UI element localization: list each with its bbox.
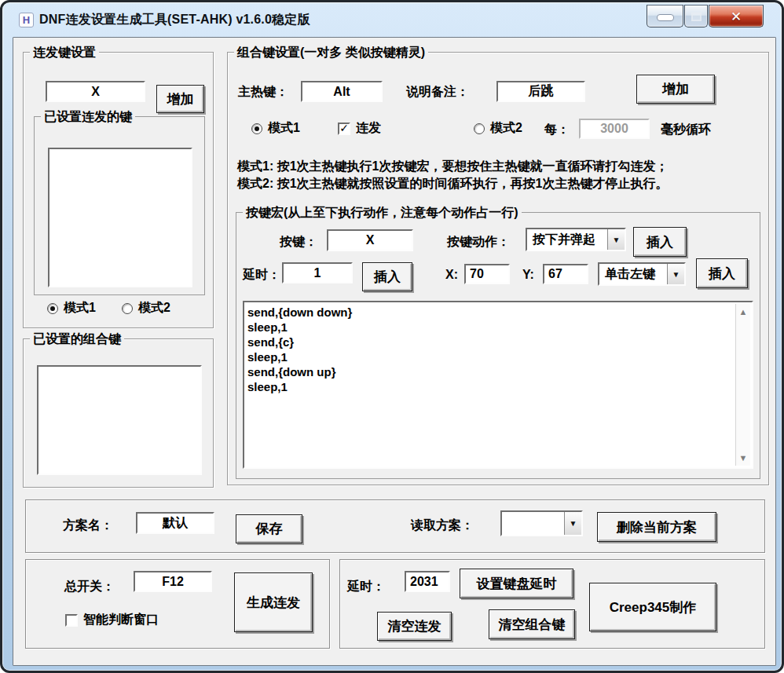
mouse-action-select[interactable]: 单击左键 ▼ xyxy=(598,262,686,286)
minimize-icon xyxy=(657,14,674,21)
rapid-mode2-label: 模式2 xyxy=(138,300,170,316)
combo-add-button[interactable]: 增加 xyxy=(636,75,715,104)
load-scheme-label: 读取方案： xyxy=(411,518,474,533)
group-key-macro-title: 按键宏(从上至下执行动作，注意每个动作占一行) xyxy=(243,205,522,220)
rapid-mode1-label: 模式1 xyxy=(64,300,96,316)
radio-icon xyxy=(122,303,133,314)
group-set-combo-keys: 已设置的组合键 xyxy=(23,338,214,488)
dropdown-button[interactable]: ▼ xyxy=(564,512,581,535)
master-switch-label: 总开关： xyxy=(64,579,115,594)
y-label: Y: xyxy=(522,267,534,283)
checkbox-icon xyxy=(65,614,78,627)
app-window: H DNF连发设置生成工具(SET-AHK) v1.6.0稳定版 ✕ 连发键设置… xyxy=(0,0,784,673)
macro-key-label: 按键： xyxy=(280,234,317,250)
macro-script-text: send,{down down} sleep,1 send,{c} sleep,… xyxy=(247,305,731,465)
insert-mouse-button[interactable]: 插入 xyxy=(696,258,748,288)
macro-delay-input[interactable]: 1 xyxy=(282,262,353,283)
checkbox-icon: ✓ xyxy=(338,123,350,135)
group-key-macro: 按键宏(从上至下执行动作，注意每个动作占一行) 按键： X 按键动作： 按下并弹… xyxy=(236,212,760,479)
minimize-button[interactable] xyxy=(647,5,683,27)
generate-button[interactable]: 生成连发 xyxy=(234,572,313,632)
insert-key-button[interactable]: 插入 xyxy=(633,227,687,257)
check-icon: ✓ xyxy=(339,124,349,132)
dropdown-button[interactable]: ▼ xyxy=(607,229,625,250)
close-button[interactable]: ✕ xyxy=(709,5,764,27)
mode1-description: 模式1: 按1次主热键执行1次按键宏，要想按住主热键就一直循环请打勾连发； xyxy=(237,158,668,175)
x-label: X: xyxy=(445,267,458,283)
smart-window-label: 智能判断窗口 xyxy=(83,612,159,628)
hotkey-input[interactable]: Alt xyxy=(301,81,383,102)
group-rapid-key-settings: 连发键设置 X 增加 已设置连发的键 模式1 模式2 xyxy=(23,52,214,328)
mode2-description: 模式2: 按1次主热键就按照设置的时间循环执行，再按1次主热键才停止执行。 xyxy=(237,175,668,192)
key-action-select[interactable]: 按下并弹起 ▼ xyxy=(526,228,626,251)
radio-icon xyxy=(47,303,58,314)
insert-delay-button[interactable]: 插入 xyxy=(362,262,412,291)
mouse-action-value: 单击左键 xyxy=(599,264,667,284)
group-rapid-key-settings-title: 连发键设置 xyxy=(30,45,99,60)
note-input[interactable]: 后跳 xyxy=(496,81,585,102)
hotkey-label: 主热键： xyxy=(238,84,288,100)
app-icon-letter: H xyxy=(23,14,30,26)
dropdown-button[interactable]: ▼ xyxy=(667,264,684,284)
combo-keys-listbox[interactable] xyxy=(37,365,202,475)
radio-icon xyxy=(251,123,262,134)
group-set-rapid-keys: 已设置连发的键 xyxy=(34,116,205,295)
load-scheme-value xyxy=(502,512,564,535)
chevron-down-icon: ▼ xyxy=(672,270,680,279)
group-combo-settings-title: 组合键设置(一对多 类似按键精灵) xyxy=(234,45,428,60)
macro-delay-label: 延时： xyxy=(243,267,280,283)
title-bar[interactable]: H DNF连发设置生成工具(SET-AHK) v1.6.0稳定版 ✕ xyxy=(2,2,782,37)
master-switch-panel: 总开关： F12 智能判断窗口 生成连发 xyxy=(25,559,330,649)
kb-delay-label: 延时： xyxy=(347,579,385,594)
group-combo-settings: 组合键设置(一对多 类似按键精灵) 主热键： Alt 说明备注： 后跳 增加 模… xyxy=(227,52,769,485)
y-input[interactable]: 67 xyxy=(543,264,588,284)
key-action-value: 按下并弹起 xyxy=(527,229,607,250)
close-icon: ✕ xyxy=(731,9,742,25)
scheme-name-input[interactable]: 默认 xyxy=(136,512,214,534)
every-label: 每： xyxy=(544,122,570,137)
maximize-icon xyxy=(691,13,702,21)
group-set-rapid-keys-title: 已设置连发的键 xyxy=(41,109,135,124)
author-button[interactable]: Creep345制作 xyxy=(589,583,716,631)
rapid-add-button[interactable]: 增加 xyxy=(156,85,204,113)
rapid-key-input[interactable]: X xyxy=(46,81,145,102)
rapid-mode1-radio[interactable]: 模式1 xyxy=(47,300,96,316)
scheme-panel: 方案名： 默认 保存 读取方案： ▼ 删除当前方案 xyxy=(25,499,765,553)
scroll-up-icon[interactable]: ▲ xyxy=(736,307,750,316)
macro-action-label: 按键动作： xyxy=(447,234,510,250)
smart-window-checkbox[interactable]: 智能判断窗口 xyxy=(65,612,159,628)
macro-script-textarea[interactable]: send,{down down} sleep,1 send,{c} sleep,… xyxy=(243,301,753,469)
scheme-name-label: 方案名： xyxy=(63,518,113,533)
delete-scheme-button[interactable]: 删除当前方案 xyxy=(597,512,716,542)
keyboard-delay-panel: 延时： 2031 设置键盘延时 Creep345制作 清空连发 清空组合键 xyxy=(339,559,765,649)
group-set-combo-keys-title: 已设置的组合键 xyxy=(30,331,124,346)
combo-mode2-radio[interactable]: 模式2 xyxy=(474,120,522,137)
chevron-down-icon: ▼ xyxy=(570,519,577,528)
clear-combo-button[interactable]: 清空组合键 xyxy=(489,609,575,639)
radio-icon xyxy=(474,123,485,134)
load-scheme-select[interactable]: ▼ xyxy=(500,510,583,536)
app-icon: H xyxy=(19,13,34,27)
combo-mode2-label: 模式2 xyxy=(490,120,522,137)
window-title: DNF连发设置生成工具(SET-AHK) v1.6.0稳定版 xyxy=(39,12,310,28)
client-area: 连发键设置 X 增加 已设置连发的键 模式1 模式2 已设置的组合键 组合键设置… xyxy=(13,37,776,666)
save-button[interactable]: 保存 xyxy=(236,514,302,543)
rapid-fire-checkbox[interactable]: ✓ 连发 xyxy=(338,120,381,137)
interval-input[interactable]: 3000 xyxy=(579,119,650,139)
set-kb-delay-button[interactable]: 设置键盘延时 xyxy=(460,569,573,598)
combo-mode1-label: 模式1 xyxy=(268,120,300,137)
macro-scrollbar[interactable]: ▲ ▼ xyxy=(735,304,750,466)
maximize-button[interactable] xyxy=(684,5,708,27)
rapid-keys-listbox[interactable] xyxy=(48,148,192,287)
scroll-down-icon[interactable]: ▼ xyxy=(736,453,750,463)
ms-loop-label: 毫秒循环 xyxy=(661,122,711,137)
combo-mode1-radio[interactable]: 模式1 xyxy=(251,120,300,137)
note-label: 说明备注： xyxy=(406,84,469,100)
macro-key-input[interactable]: X xyxy=(327,229,413,251)
master-switch-input[interactable]: F12 xyxy=(134,571,212,592)
kb-delay-input[interactable]: 2031 xyxy=(405,571,450,592)
rapid-mode2-radio[interactable]: 模式2 xyxy=(122,300,170,316)
clear-rapid-button[interactable]: 清空连发 xyxy=(377,612,452,641)
x-input[interactable]: 70 xyxy=(464,264,510,284)
rapid-fire-label: 连发 xyxy=(356,120,381,137)
